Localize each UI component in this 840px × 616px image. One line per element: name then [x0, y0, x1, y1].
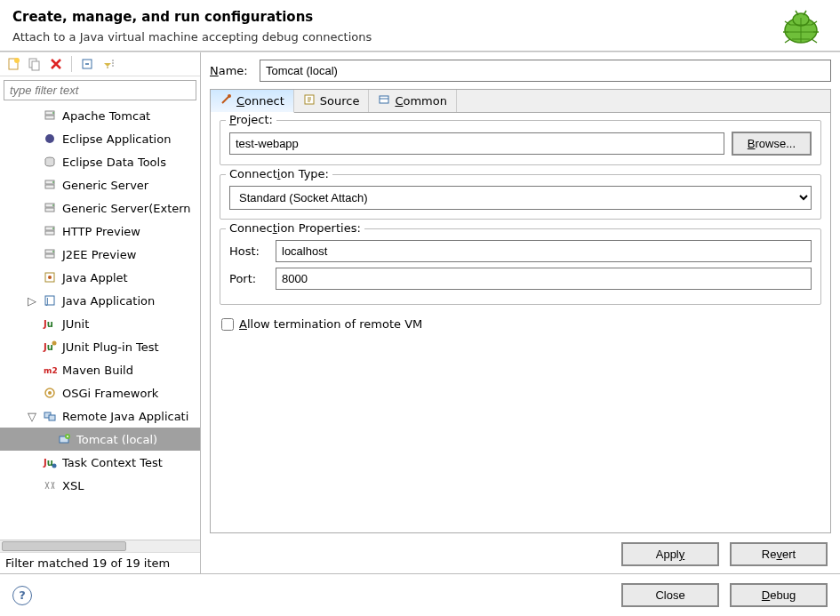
- expander-icon[interactable]: ▷: [27, 294, 37, 308]
- tab-source[interactable]: Source: [294, 90, 370, 112]
- debug-button[interactable]: Debug: [730, 583, 828, 607]
- tab-connect[interactable]: Connect: [211, 90, 294, 113]
- tree-item[interactable]: ▷JJava Application: [0, 289, 200, 312]
- tree-item-label: Tomcat (local): [76, 433, 157, 446]
- allow-termination-checkbox[interactable]: [221, 318, 234, 331]
- apply-button[interactable]: Apply: [621, 542, 719, 566]
- tree-item[interactable]: Java Applet: [0, 266, 200, 289]
- filter-input[interactable]: [4, 80, 196, 100]
- tree-item[interactable]: XSL: [0, 474, 200, 497]
- close-button[interactable]: Close: [621, 583, 719, 607]
- tree-item-label: JUnit Plug-in Test: [62, 340, 159, 354]
- port-input[interactable]: [276, 268, 812, 290]
- tree-item-label: Eclipse Application: [62, 132, 171, 146]
- source-icon: [303, 93, 316, 108]
- dialog-footer: ? Close Debug: [0, 574, 840, 616]
- svg-point-33: [48, 391, 52, 395]
- tree-item-label: Generic Server: [62, 179, 148, 192]
- tree-item-label: JUnit: [62, 317, 89, 331]
- project-group: Project: Browse...: [220, 120, 821, 165]
- connection-type-select[interactable]: Standard (Socket Attach): [229, 186, 812, 210]
- tree-item[interactable]: m2Maven Build: [0, 358, 200, 381]
- svg-rect-19: [45, 231, 54, 235]
- svg-rect-35: [49, 415, 55, 420]
- svg-point-25: [48, 276, 52, 279]
- xsl-icon: [43, 478, 57, 492]
- tree-item-label: HTTP Preview: [62, 225, 140, 238]
- duplicate-config-icon[interactable]: [27, 56, 43, 72]
- allow-termination-label: Allow termination of remote VM: [239, 317, 422, 331]
- server-icon: [43, 247, 57, 261]
- delete-config-icon[interactable]: [48, 56, 64, 72]
- tree-item-label: Eclipse Data Tools: [62, 156, 166, 169]
- svg-point-17: [52, 204, 54, 206]
- server-icon: [43, 178, 57, 192]
- connect-icon: [220, 93, 232, 108]
- launch-icon: [57, 432, 71, 446]
- svg-text:J: J: [45, 297, 49, 306]
- tab-content-connect: Project: Browse... Connection Type: Stan…: [211, 113, 830, 532]
- host-input[interactable]: [276, 240, 812, 262]
- tree-item-label: Remote Java Applicati: [62, 410, 188, 423]
- common-icon: [378, 93, 390, 108]
- tree-item[interactable]: Eclipse Data Tools: [0, 150, 200, 173]
- svg-rect-22: [45, 254, 54, 258]
- tree-item-label: J2EE Preview: [62, 248, 136, 261]
- tree-item-label: Java Applet: [62, 271, 128, 284]
- svg-point-20: [52, 228, 54, 229]
- dialog-title: Create, manage, and run configurations: [12, 9, 828, 25]
- tabs-container: Connect Source Common Project: Browse...: [210, 89, 831, 533]
- svg-point-39: [52, 464, 57, 468]
- tree-item-label: Generic Server(Extern: [62, 202, 191, 215]
- svg-point-14: [52, 181, 54, 183]
- svg-text:Ju: Ju: [43, 319, 53, 329]
- tree-item-label: OSGi Framework: [62, 387, 158, 400]
- svg-rect-42: [380, 96, 388, 103]
- tree-item[interactable]: Apache Tomcat: [0, 104, 200, 127]
- tree-item[interactable]: Generic Server(Extern: [0, 196, 200, 220]
- host-label: Host:: [229, 244, 267, 258]
- server-icon: [43, 108, 57, 123]
- tree-item-label: Maven Build: [62, 364, 133, 377]
- help-icon[interactable]: ?: [12, 586, 32, 605]
- name-input[interactable]: [260, 60, 831, 82]
- maven-icon: m2: [43, 363, 57, 377]
- filter-menu-icon[interactable]: [100, 56, 116, 72]
- configurations-tree[interactable]: Apache TomcatEclipse ApplicationEclipse …: [0, 102, 200, 540]
- connection-properties-group: Connection Properties: Host: Port:: [220, 228, 821, 305]
- expander-icon[interactable]: ▽: [27, 410, 37, 423]
- tree-item[interactable]: Generic Server: [0, 173, 200, 196]
- tree-item[interactable]: OSGi Framework: [0, 381, 200, 404]
- remote-icon: [43, 409, 57, 423]
- collapse-all-icon[interactable]: [79, 56, 95, 72]
- svg-text:m2: m2: [44, 366, 57, 375]
- project-input[interactable]: [229, 132, 724, 155]
- tree-item[interactable]: JuJUnit: [0, 312, 200, 335]
- tree-item-selected[interactable]: Tomcat (local): [0, 428, 200, 451]
- osgi-icon: [43, 386, 57, 400]
- tree-item[interactable]: J2EE Preview: [0, 243, 200, 266]
- config-editor: Name: Connect Source Common: [201, 52, 840, 573]
- filter-status: Filter matched 19 of 19 item: [0, 552, 200, 573]
- svg-rect-13: [45, 185, 54, 188]
- new-config-icon[interactable]: [5, 56, 21, 72]
- tab-common[interactable]: Common: [369, 90, 457, 112]
- svg-rect-5: [32, 61, 39, 70]
- java-icon: J: [43, 293, 57, 308]
- tree-item[interactable]: HTTP Preview: [0, 220, 200, 243]
- tree-item[interactable]: ▽Remote Java Applicati: [0, 404, 200, 428]
- revert-button[interactable]: Revert: [730, 542, 828, 566]
- main-area: Apache TomcatEclipse ApplicationEclipse …: [0, 52, 840, 574]
- debug-bug-icon: [774, 5, 824, 51]
- tree-item-label: Java Application: [62, 294, 155, 308]
- tree-item[interactable]: Eclipse Application: [0, 127, 200, 150]
- applet-icon: [43, 270, 57, 284]
- tree-item[interactable]: JuTask Context Test: [0, 451, 200, 474]
- configurations-sidebar: Apache TomcatEclipse ApplicationEclipse …: [0, 52, 201, 573]
- sidebar-toolbar: [0, 52, 200, 76]
- junitp-icon: Ju: [43, 340, 57, 354]
- svg-text:Ju: Ju: [43, 458, 53, 468]
- browse-button[interactable]: Browse...: [732, 132, 812, 156]
- tree-horizontal-scrollbar[interactable]: [0, 540, 200, 552]
- tree-item[interactable]: JuJUnit Plug-in Test: [0, 335, 200, 358]
